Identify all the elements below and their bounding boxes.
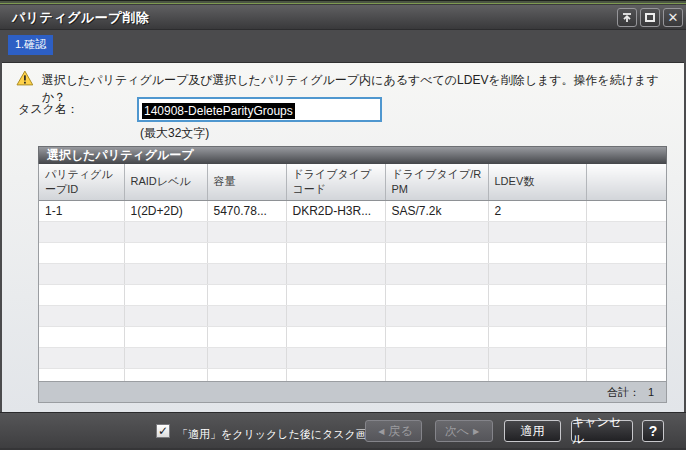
- table-row-empty: [39, 326, 666, 347]
- apply-button-label: 適用: [521, 423, 545, 440]
- cell-drive-type-rpm: SAS/7.2k: [385, 200, 488, 221]
- table-row[interactable]: 1-1 1(2D+2D) 5470.78... DKR2D-H3R... SAS…: [39, 200, 666, 221]
- table-header-row: パリティグループID RAIDレベル 容量 ドライブタイプコード ドライブタイプ…: [39, 164, 666, 200]
- cell-drive-type-code: DKR2D-H3R...: [286, 200, 385, 221]
- cancel-button[interactable]: キャンセル: [571, 420, 633, 442]
- close-icon: ✕: [668, 11, 679, 24]
- table-row-empty: [39, 242, 666, 263]
- task-name-label: タスク名：: [18, 101, 79, 118]
- action-bar: ✓ 「適用」をクリックした後にタスク画面を表示 ◀ 戻る 次へ ▶ 適用 キャン…: [0, 412, 686, 448]
- task-name-value: 140908-DeleteParityGroups: [142, 103, 295, 119]
- apply-button[interactable]: 適用: [504, 420, 561, 442]
- help-button[interactable]: ?: [642, 420, 664, 442]
- table-body: パリティグループID RAIDレベル 容量 ドライブタイプコード ドライブタイプ…: [38, 164, 667, 381]
- table-row-empty: [39, 284, 666, 305]
- table-row-empty: [39, 221, 666, 242]
- cell-capacity: 5470.78...: [207, 200, 286, 221]
- next-button[interactable]: 次へ ▶: [435, 420, 493, 442]
- maximize-icon: [645, 13, 655, 22]
- close-button[interactable]: ✕: [663, 8, 683, 27]
- task-name-input[interactable]: 140908-DeleteParityGroups: [137, 97, 382, 122]
- cell-raid-level: 1(2D+2D): [124, 200, 207, 221]
- window-controls: ✕: [617, 8, 683, 27]
- checkmark-icon: ✓: [158, 424, 168, 438]
- warning-icon: [16, 70, 34, 86]
- col-header-blank: [586, 164, 666, 200]
- total-value: 1: [648, 386, 654, 398]
- cancel-button-label: キャンセル: [572, 414, 632, 448]
- col-header-parity-group-id[interactable]: パリティグループID: [39, 164, 124, 200]
- table-total-bar: 合計：1: [38, 381, 667, 403]
- col-header-capacity[interactable]: 容量: [207, 164, 286, 200]
- rollup-icon: [621, 12, 633, 24]
- dialog-title: パリティグループ削除: [12, 9, 149, 27]
- next-arrow-icon: ▶: [473, 427, 479, 436]
- table-row-empty: [39, 263, 666, 284]
- table-row-empty: [39, 305, 666, 326]
- selected-parity-groups-table: 選択したパリティグループ パリティグループID RAIDレベル 容量 ドライブタ…: [38, 146, 667, 403]
- task-name-hint: (最大32文字): [140, 125, 209, 142]
- step-indicator-confirm: 1.確認: [8, 35, 53, 55]
- cell-ldev-count: 2: [488, 200, 586, 221]
- table-row-empty: [39, 368, 666, 381]
- col-header-drive-type-code[interactable]: ドライブタイプコード: [286, 164, 385, 200]
- back-button[interactable]: ◀ 戻る: [365, 420, 422, 442]
- parity-group-delete-dialog: パリティグループ削除 ✕ 1.確認: [0, 0, 686, 450]
- total-label: 合計：: [607, 386, 640, 398]
- col-header-raid-level[interactable]: RAIDレベル: [124, 164, 207, 200]
- cell-blank: [586, 200, 666, 221]
- next-button-label: 次へ: [445, 423, 469, 440]
- dialog-content: 選択したパリティグループ及び選択したパリティグループ内にあるすべてのLDEVを削…: [2, 62, 684, 412]
- table-row-empty: [39, 347, 666, 368]
- back-arrow-icon: ◀: [378, 427, 384, 436]
- back-button-label: 戻る: [388, 423, 412, 440]
- help-icon: ?: [649, 423, 658, 439]
- cell-parity-group-id: 1-1: [39, 200, 124, 221]
- col-header-drive-type-rpm[interactable]: ドライブタイプ/RPM: [385, 164, 488, 200]
- show-task-screen-checkbox[interactable]: ✓: [156, 424, 170, 438]
- rollup-button[interactable]: [617, 8, 637, 27]
- maximize-button[interactable]: [640, 8, 660, 27]
- step-strip: 1.確認: [0, 30, 686, 62]
- dialog-titlebar: パリティグループ削除 ✕: [0, 5, 686, 30]
- table-title: 選択したパリティグループ: [38, 146, 667, 164]
- col-header-ldev-count[interactable]: LDEV数: [488, 164, 586, 200]
